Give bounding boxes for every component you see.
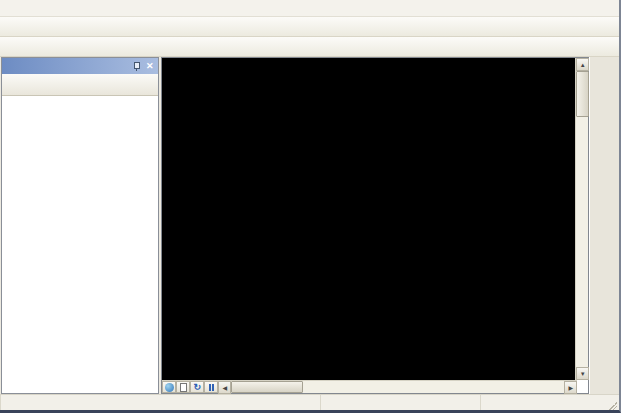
map-bottom-bar: ↻ ◀ ▶ [162, 380, 577, 393]
main-content: ✕ [0, 57, 619, 394]
coordinate-readout [320, 395, 480, 413]
vertical-scroll-thumb[interactable] [576, 71, 589, 117]
scroll-up-icon[interactable]: ▲ [576, 58, 589, 71]
layout-view-icon [180, 383, 187, 392]
resize-grip[interactable] [605, 395, 619, 413]
menu-bar [0, 0, 619, 17]
scroll-down-icon[interactable]: ▼ [576, 367, 589, 380]
right-dock-tabs [589, 57, 619, 394]
table-of-contents-panel: ✕ [1, 57, 159, 394]
scroll-right-icon[interactable]: ▶ [564, 381, 577, 394]
pause-icon [209, 384, 214, 391]
toc-toolbar [2, 74, 158, 96]
pause-drawing-button[interactable] [204, 381, 218, 393]
map-canvas[interactable] [162, 58, 577, 380]
status-bar [0, 394, 619, 413]
status-message-area [0, 395, 320, 413]
horizontal-scroll-track[interactable] [303, 381, 564, 393]
data-view-icon [165, 383, 174, 392]
standard-toolbar [0, 17, 619, 37]
arcmap-window: ✕ [0, 0, 621, 413]
horizontal-scroll-thumb[interactable] [231, 381, 303, 393]
close-icon[interactable]: ✕ [144, 61, 155, 71]
refresh-icon: ↻ [193, 383, 201, 392]
layout-view-button[interactable] [176, 381, 190, 393]
toc-title-bar[interactable]: ✕ [2, 58, 158, 74]
toc-layer-tree [2, 96, 158, 393]
pin-icon[interactable] [131, 61, 141, 71]
data-view-button[interactable] [162, 381, 176, 393]
status-spacer [480, 395, 605, 413]
scroll-left-icon[interactable]: ◀ [218, 381, 231, 394]
map-vertical-scrollbar[interactable]: ▲ ▼ [575, 58, 588, 380]
map-svg [162, 58, 577, 380]
map-window: ▲ ▼ ↻ ◀ ▶ [161, 57, 589, 394]
tools-toolbar [0, 37, 619, 57]
refresh-view-button[interactable]: ↻ [190, 381, 204, 393]
